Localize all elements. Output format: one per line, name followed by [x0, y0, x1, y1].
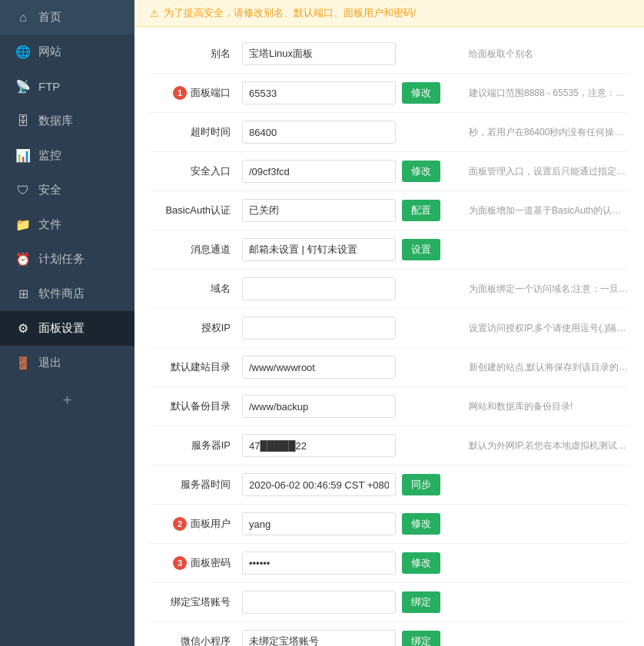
form-row-14: 绑定宝塔账号绑定 — [150, 583, 629, 622]
sidebar-item-store[interactable]: ⊞软件商店 — [0, 277, 134, 311]
database-icon: 🗄 — [15, 114, 31, 128]
form-hint-2: 秒，若用户在86400秒内没有任何操作，将自动退 — [457, 126, 629, 139]
files-icon: 📁 — [15, 217, 31, 232]
input-field-15[interactable] — [242, 630, 396, 646]
action-button-13[interactable]: 修改 — [402, 552, 440, 574]
sidebar-label-security: 安全 — [38, 183, 61, 197]
form-hint-4: 为面板增加一道基于BasicAuth的认证服务，有效 — [457, 204, 629, 217]
settings-form: 别名给面板取个别名1面板端口修改建议端口范围8888 - 65535，注意：有安… — [134, 27, 644, 646]
warning-text: 为了提高安全，请修改别名、默认端口、面板用户和密码! — [164, 6, 417, 20]
sidebar-label-database: 数据库 — [38, 114, 73, 128]
form-row-11: 服务器时间同步 — [150, 465, 629, 505]
input-group-14: 绑定 — [242, 591, 457, 614]
form-row-2: 超时时间秒，若用户在86400秒内没有任何操作，将自动退 — [150, 113, 629, 152]
form-label-9: 默认备份目录 — [150, 399, 242, 413]
form-label-15: 微信小程序 — [150, 634, 242, 646]
form-hint-10: 默认为外网IP,若您在本地虚拟机测试,请填写虚拟 — [457, 439, 629, 452]
input-field-12[interactable] — [242, 512, 396, 535]
sidebar-item-database[interactable]: 🗄数据库 — [0, 104, 134, 138]
sidebar-label-ftp: FTP — [38, 80, 60, 93]
action-button-14[interactable]: 绑定 — [402, 591, 440, 613]
form-row-5: 消息通道设置 — [150, 230, 629, 270]
action-button-1[interactable]: 修改 — [402, 82, 440, 104]
input-field-10[interactable] — [242, 434, 396, 457]
sidebar-label-files: 文件 — [38, 217, 61, 232]
badge-13: 3 — [173, 556, 187, 570]
action-button-12[interactable]: 修改 — [402, 513, 440, 535]
form-label-13: 3面板密码 — [150, 556, 242, 570]
form-label-1: 1面板端口 — [150, 86, 242, 100]
sidebar-add-button[interactable]: + — [0, 380, 134, 421]
input-field-13[interactable] — [242, 552, 396, 575]
ftp-icon: 📡 — [15, 79, 31, 94]
warning-bar: ⚠ 为了提高安全，请修改别名、默认端口、面板用户和密码! — [134, 0, 644, 27]
form-hint-8: 新创建的站点,默认将保存到该目录的下级目录! — [457, 361, 629, 374]
sidebar-label-monitor: 监控 — [38, 148, 61, 163]
warning-icon: ⚠ — [150, 8, 159, 19]
action-button-15[interactable]: 绑定 — [402, 631, 440, 646]
input-group-12: 修改 — [242, 512, 457, 535]
input-field-1[interactable] — [242, 81, 396, 104]
input-field-11[interactable] — [242, 473, 396, 496]
sidebar-item-crontab[interactable]: ⏰计划任务 — [0, 242, 134, 277]
input-field-8[interactable] — [242, 356, 396, 379]
sidebar-item-logout[interactable]: 🚪退出 — [0, 346, 134, 380]
input-group-1: 修改 — [242, 81, 457, 104]
security-icon: 🛡 — [15, 184, 31, 197]
form-label-8: 默认建站目录 — [150, 360, 242, 374]
action-button-4[interactable]: 配置 — [402, 200, 440, 221]
input-field-14[interactable] — [242, 591, 396, 614]
form-label-2: 超时时间 — [150, 125, 242, 139]
input-group-9 — [242, 395, 457, 418]
sidebar-item-home[interactable]: ⌂首页 — [0, 0, 134, 35]
action-button-3[interactable]: 修改 — [402, 161, 440, 182]
input-group-4: 配置 — [242, 199, 457, 222]
sidebar-item-website[interactable]: 🌐网站 — [0, 35, 134, 69]
form-row-7: 授权IP设置访问授权IP,多个请使用逗号(,)隔开;注意：一 — [150, 309, 629, 348]
input-field-4[interactable] — [242, 199, 396, 222]
form-label-10: 服务器IP — [150, 439, 242, 452]
sidebar-item-files[interactable]: 📁文件 — [0, 207, 134, 242]
action-button-5[interactable]: 设置 — [402, 239, 440, 260]
sidebar-item-monitor[interactable]: 📊监控 — [0, 138, 134, 173]
input-field-6[interactable] — [242, 277, 396, 300]
form-label-3: 安全入口 — [150, 164, 242, 178]
main-content: ⚠ 为了提高安全，请修改别名、默认端口、面板用户和密码! 别名给面板取个别名1面… — [134, 0, 644, 646]
store-icon: ⊞ — [15, 287, 31, 301]
sidebar-item-ftp[interactable]: 📡FTP — [0, 69, 134, 104]
form-label-6: 域名 — [150, 282, 242, 296]
input-field-7[interactable] — [242, 316, 396, 340]
sidebar-label-store: 软件商店 — [38, 287, 85, 301]
input-group-5: 设置 — [242, 238, 457, 261]
form-hint-1: 建议端口范围8888 - 65535，注意：有安全组的的 — [457, 87, 629, 100]
form-label-14: 绑定宝塔账号 — [150, 595, 242, 609]
form-row-1: 1面板端口修改建议端口范围8888 - 65535，注意：有安全组的的 — [150, 74, 629, 113]
form-hint-9: 网站和数据库的备份目录! — [457, 400, 629, 413]
input-field-9[interactable] — [242, 395, 396, 418]
form-hint-6: 为面板绑定一个访问域名;注意：一旦绑定域名,只 — [457, 283, 629, 296]
input-field-2[interactable] — [242, 121, 396, 144]
website-icon: 🌐 — [15, 45, 31, 59]
input-group-11: 同步 — [242, 473, 457, 496]
form-row-3: 安全入口修改面板管理入口，设置后只能通过指定安全入口登录 — [150, 152, 629, 191]
input-group-7 — [242, 316, 457, 340]
input-field-5[interactable] — [242, 238, 396, 261]
input-group-8 — [242, 356, 457, 379]
sidebar-item-settings[interactable]: ⚙面板设置→ — [0, 311, 134, 346]
action-button-11[interactable]: 同步 — [402, 474, 440, 495]
sidebar-item-security[interactable]: 🛡安全 — [0, 173, 134, 207]
input-field-0[interactable] — [242, 42, 396, 65]
form-hint-0: 给面板取个别名 — [457, 48, 629, 61]
input-field-3[interactable] — [242, 160, 396, 183]
sidebar-label-website: 网站 — [38, 45, 61, 59]
input-group-6 — [242, 277, 457, 300]
form-hint-7: 设置访问授权IP,多个请使用逗号(,)隔开;注意：一 — [457, 322, 629, 335]
form-row-10: 服务器IP默认为外网IP,若您在本地虚拟机测试,请填写虚拟 — [150, 426, 629, 465]
form-row-12: 2面板用户修改 — [150, 505, 629, 544]
form-label-12: 2面板用户 — [150, 517, 242, 531]
crontab-icon: ⏰ — [15, 252, 31, 267]
form-label-11: 服务器时间 — [150, 478, 242, 492]
badge-1: 1 — [173, 86, 187, 100]
form-label-7: 授权IP — [150, 321, 242, 335]
input-group-15: 绑定 — [242, 630, 457, 646]
